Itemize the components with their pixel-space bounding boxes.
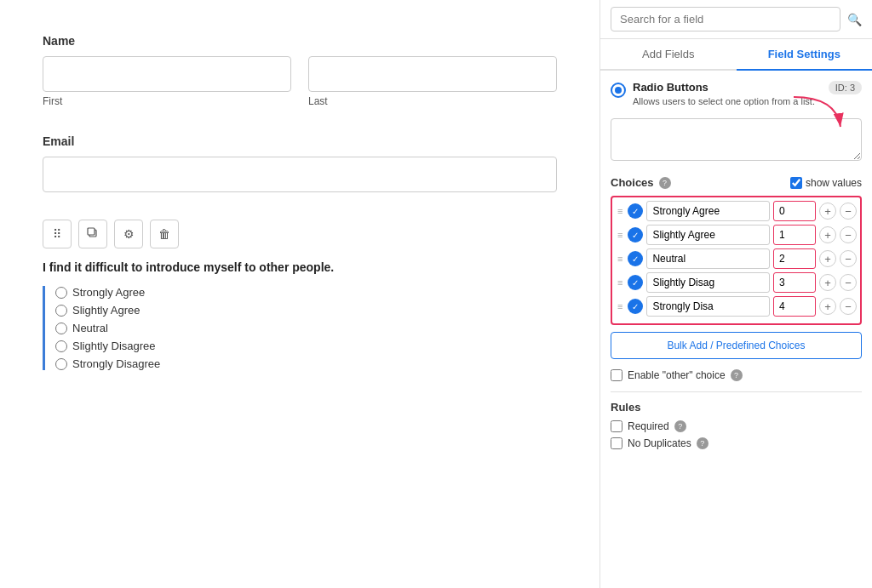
radio-option: Strongly Disagree [55, 357, 557, 370]
rule-label: Required [628, 420, 669, 432]
radio-input[interactable] [55, 340, 67, 352]
field-type-info: Radio Buttons Allows users to select one… [633, 81, 822, 108]
radio-option: Slightly Agree [55, 304, 557, 317]
choice-value-input[interactable] [773, 272, 816, 293]
choice-remove-button[interactable]: − [840, 203, 857, 220]
radio-option-label: Slightly Disagree [72, 340, 156, 352]
choice-row: ≡ + − [616, 225, 857, 245]
search-icon: 🔍 [847, 13, 862, 26]
choices-help-icon[interactable]: ? [659, 177, 671, 189]
email-field-wrap [43, 157, 557, 192]
enable-other-checkbox[interactable] [611, 369, 622, 381]
radio-option: Neutral [55, 322, 557, 334]
radio-input[interactable] [55, 305, 67, 317]
radio-buttons-icon [611, 83, 626, 98]
first-name-input[interactable] [43, 56, 291, 92]
name-field-group: Name First Last [43, 34, 557, 107]
first-name-wrap: First [43, 56, 291, 107]
choice-remove-button[interactable]: − [840, 274, 857, 291]
last-name-input[interactable] [308, 56, 557, 92]
delete-button[interactable]: 🗑 [150, 220, 179, 248]
choice-value-input[interactable] [773, 225, 816, 245]
question-text: I find it difficult to introduce myself … [43, 260, 557, 274]
tab-add-fields[interactable]: Add Fields [600, 39, 737, 71]
field-type-title: Radio Buttons [633, 81, 822, 94]
choice-remove-button[interactable]: − [840, 298, 857, 315]
first-sublabel: First [43, 95, 291, 107]
choice-value-input[interactable] [773, 296, 816, 317]
grid-button[interactable]: ⠿ [43, 220, 72, 248]
email-input[interactable] [43, 157, 557, 192]
choice-add-button[interactable]: + [819, 298, 836, 315]
choices-header: Choices ? show values [611, 176, 862, 189]
field-type-desc: Allows users to select one option from a… [633, 95, 822, 108]
trash-icon: 🗑 [158, 227, 170, 241]
choice-check-icon [628, 275, 643, 290]
choice-label-input[interactable] [646, 225, 770, 245]
choice-check-icon [628, 251, 643, 266]
rules-section: Rules Required ? No Duplicates ? [611, 391, 862, 449]
show-values-wrap: show values [790, 177, 862, 189]
radio-question-group: I find it difficult to introduce myself … [43, 260, 557, 370]
rule-row: Required ? [611, 420, 862, 432]
choice-remove-button[interactable]: − [840, 250, 857, 267]
last-sublabel: Last [308, 95, 557, 107]
description-textarea[interactable] [611, 118, 862, 161]
drag-handle-icon: ≡ [616, 230, 624, 240]
name-fields-row: First Last [43, 56, 557, 107]
radio-option: Strongly Agree [55, 286, 557, 299]
radio-input[interactable] [55, 287, 67, 299]
choice-add-button[interactable]: + [819, 250, 836, 267]
choice-row: ≡ + − [616, 272, 857, 293]
copy-icon [87, 227, 99, 242]
settings-button[interactable]: ⚙ [114, 220, 143, 248]
choice-label-input[interactable] [646, 201, 770, 221]
choice-value-input[interactable] [773, 248, 816, 269]
rule-row: No Duplicates ? [611, 437, 862, 449]
description-area [611, 118, 862, 173]
rule-checkbox[interactable] [611, 420, 622, 432]
choice-label-input[interactable] [646, 248, 770, 269]
rule-help-icon[interactable]: ? [697, 437, 708, 449]
field-type-header: Radio Buttons Allows users to select one… [611, 81, 862, 108]
rule-label: No Duplicates [628, 437, 691, 449]
grid-icon: ⠿ [53, 227, 61, 241]
choice-add-button[interactable]: + [819, 226, 836, 243]
email-field-group: Email [43, 134, 557, 192]
last-name-wrap: Last [308, 56, 557, 107]
other-choice-row: Enable "other" choice ? [611, 369, 862, 381]
choice-remove-button[interactable]: − [840, 226, 857, 243]
show-values-label: show values [806, 177, 862, 189]
show-values-checkbox[interactable] [790, 177, 802, 189]
choice-label-input[interactable] [646, 272, 770, 293]
search-bar: 🔍 [600, 0, 872, 39]
field-id-badge: ID: 3 [829, 81, 862, 94]
choice-row: ≡ + − [616, 201, 857, 221]
search-input[interactable] [611, 7, 840, 31]
choice-row: ≡ + − [616, 296, 857, 317]
radio-option-label: Neutral [72, 322, 108, 334]
tab-field-settings[interactable]: Field Settings [737, 39, 873, 71]
rules-title: Rules [611, 401, 862, 414]
panel-tabs: Add Fields Field Settings [600, 39, 872, 71]
rule-help-icon[interactable]: ? [674, 420, 686, 432]
bulk-add-button[interactable]: Bulk Add / Predefined Choices [611, 332, 862, 359]
rule-checkbox[interactable] [611, 437, 622, 449]
choice-label-input[interactable] [646, 296, 770, 317]
radio-options-list: Strongly AgreeSlightly AgreeNeutralSligh… [43, 286, 557, 370]
enable-other-label: Enable "other" choice [628, 369, 726, 381]
name-label: Name [43, 34, 557, 48]
radio-input[interactable] [55, 358, 67, 370]
right-panel: 🔍 Add Fields Field Settings Radio Button… [600, 0, 872, 588]
other-choice-help-icon[interactable]: ? [731, 369, 743, 381]
choices-highlighted-area: ≡ + − ≡ + − ≡ + − ≡ + − ≡ + − [611, 196, 862, 325]
choice-add-button[interactable]: + [819, 274, 836, 291]
copy-button[interactable] [78, 220, 107, 248]
choice-add-button[interactable]: + [819, 203, 836, 220]
radio-input[interactable] [55, 323, 67, 334]
rules-container: Required ? No Duplicates ? [611, 420, 862, 449]
choice-value-input[interactable] [773, 201, 816, 221]
settings-content: Radio Buttons Allows users to select one… [600, 71, 872, 588]
choice-check-icon [628, 203, 643, 219]
choice-check-icon [628, 227, 643, 243]
